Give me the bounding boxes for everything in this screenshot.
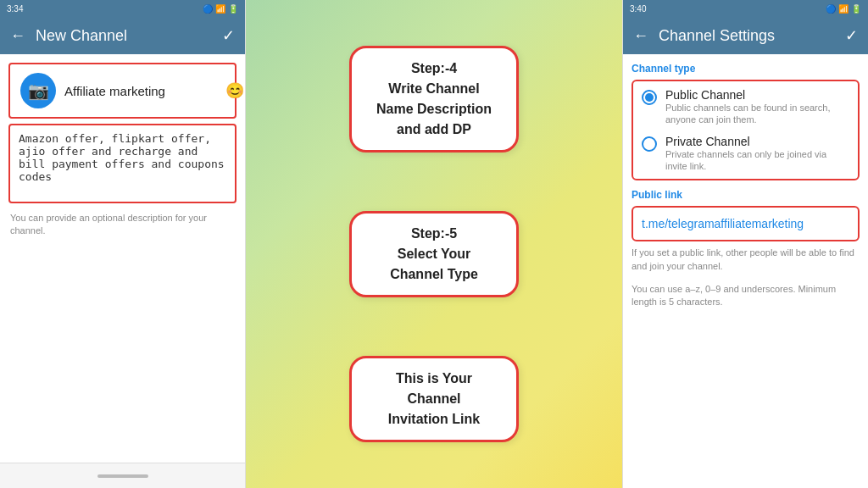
bottom-line xyxy=(97,474,148,478)
middle-panel: Step:-4 Write Channel Name Description a… xyxy=(246,0,622,488)
public-link-label: Public link xyxy=(632,189,860,201)
public-link-hint1: If you set a public link, other people w… xyxy=(632,247,860,273)
public-channel-title: Public Channel xyxy=(665,88,849,102)
public-link-value[interactable]: t.me/telegramaffiliatemarketing xyxy=(642,217,804,230)
left-confirm-button[interactable]: ✓ xyxy=(222,26,235,45)
right-confirm-button[interactable]: ✓ xyxy=(845,26,858,45)
channel-name-input[interactable] xyxy=(64,84,225,98)
public-channel-desc: Public channels can be found in search, … xyxy=(665,102,849,126)
public-link-hint2: You can use a–z, 0–9 and underscores. Mi… xyxy=(632,283,860,309)
private-channel-option[interactable]: Private Channel Private channels can onl… xyxy=(642,135,849,173)
left-bottom-bar xyxy=(0,463,245,488)
emoji-icon[interactable]: 😊 xyxy=(225,81,244,100)
channel-type-section: Channel type Public Channel Public chann… xyxy=(632,63,860,180)
right-time: 3:40 xyxy=(630,4,646,14)
public-channel-option[interactable]: Public Channel Public channels can be fo… xyxy=(642,88,849,126)
step5-bubble: Step:-5 Select Your Channel Type xyxy=(349,211,519,297)
public-link-section: Public link t.me/telegramaffiliatemarket… xyxy=(632,189,860,241)
description-hint: You can provide an optional description … xyxy=(10,212,235,238)
channel-name-row: 📷 😊 xyxy=(8,63,236,119)
right-phone-panel: 3:40 🔵 📶 🔋 ← Channel Settings ✓ Channel … xyxy=(622,0,868,488)
right-status-bar: 3:40 🔵 📶 🔋 xyxy=(623,0,868,17)
channel-type-label: Channel type xyxy=(632,63,860,75)
public-channel-radio[interactable] xyxy=(642,90,657,105)
right-nav-bar: ← Channel Settings ✓ xyxy=(623,17,868,54)
channel-type-box: Public Channel Public channels can be fo… xyxy=(632,80,860,180)
right-back-button[interactable]: ← xyxy=(633,27,648,45)
public-link-box[interactable]: t.me/telegramaffiliatemarketing xyxy=(632,206,860,241)
left-time: 3:34 xyxy=(7,4,23,14)
step6-bubble: This is Your Channel Invitation Link xyxy=(349,356,519,442)
left-status-icons: 🔵 📶 🔋 xyxy=(203,4,238,14)
left-status-bar: 3:34 🔵 📶 🔋 xyxy=(0,0,245,17)
left-phone-panel: 3:34 🔵 📶 🔋 ← New Channel ✓ 📷 😊 Amazon of… xyxy=(0,0,246,488)
description-textarea[interactable]: Amazon offer, flipkart offer, ajio offer… xyxy=(19,132,226,191)
step4-bubble: Step:-4 Write Channel Name Description a… xyxy=(349,46,519,152)
left-nav-bar: ← New Channel ✓ xyxy=(0,17,245,54)
private-channel-radio[interactable] xyxy=(642,136,657,152)
private-channel-title: Private Channel xyxy=(665,135,849,148)
left-back-button[interactable]: ← xyxy=(10,27,25,45)
right-status-icons: 🔵 📶 🔋 xyxy=(826,4,861,14)
camera-icon: 📷 xyxy=(28,80,49,101)
avatar-circle[interactable]: 📷 xyxy=(20,73,56,108)
left-nav-title: New Channel xyxy=(36,27,222,45)
private-channel-desc: Private channels can only be joined via … xyxy=(665,148,849,173)
description-area: Amazon offer, flipkart offer, ajio offer… xyxy=(8,124,236,203)
right-nav-title: Channel Settings xyxy=(659,27,845,45)
